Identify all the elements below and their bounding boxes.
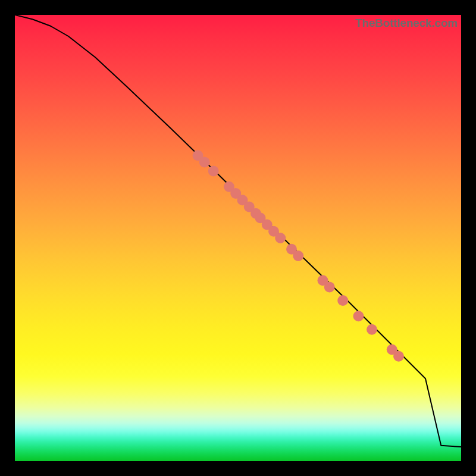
marker-group — [193, 150, 405, 362]
marker-point — [324, 282, 335, 293]
marker-point — [367, 324, 377, 335]
curve-line — [15, 15, 461, 447]
marker-point — [293, 250, 303, 261]
marker-point — [275, 233, 286, 243]
marker-point — [353, 311, 364, 321]
marker-point — [337, 295, 348, 306]
chart-canvas: TheBottleneck.com — [0, 0, 476, 476]
chart-overlay — [15, 15, 461, 461]
marker-point — [393, 351, 404, 362]
plot-area: TheBottleneck.com — [15, 15, 461, 461]
marker-point — [208, 166, 219, 177]
marker-point — [199, 157, 210, 168]
